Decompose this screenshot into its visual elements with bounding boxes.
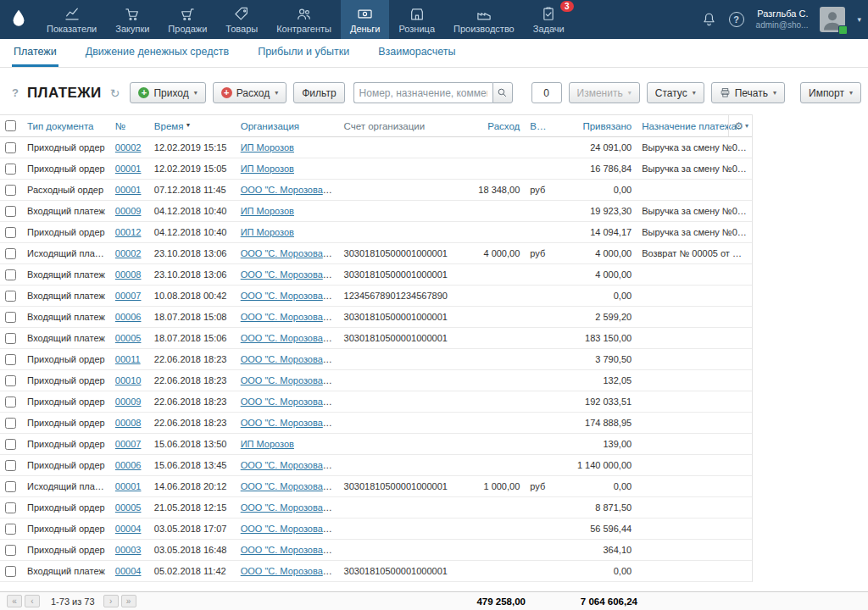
document-number-link[interactable]: 00010: [115, 375, 142, 385]
row-checkbox[interactable]: [5, 481, 16, 492]
document-number-link[interactable]: 00004: [115, 566, 142, 576]
organization-link[interactable]: ООО "С. Морозова сын и ...: [241, 354, 339, 364]
row-checkbox[interactable]: [5, 566, 16, 577]
organization-link[interactable]: ООО "С. Морозова сын и ...: [241, 460, 339, 470]
column-header-account[interactable]: Счет организации: [339, 121, 458, 131]
row-checkbox[interactable]: [5, 333, 16, 344]
organization-link[interactable]: ООО "С. Морозова сын и ...: [241, 418, 339, 428]
organization-link[interactable]: ООО "С. Морозова сын и ...: [241, 566, 339, 576]
search-input[interactable]: [353, 82, 492, 103]
table-row[interactable]: Приходный ордер 00010 22.06.2018 18:23 О…: [0, 370, 752, 391]
table-row[interactable]: Приходный ордер 00011 22.06.2018 18:23 О…: [0, 349, 752, 370]
nav-item-sales[interactable]: Продажи: [159, 0, 216, 39]
row-checkbox[interactable]: [5, 185, 16, 196]
column-header-type[interactable]: Тип документа: [22, 121, 110, 131]
app-logo[interactable]: [0, 0, 37, 39]
select-all-checkbox[interactable]: [5, 120, 16, 131]
help-icon[interactable]: ?: [729, 12, 744, 27]
row-checkbox[interactable]: [5, 227, 16, 238]
tab-profit-loss[interactable]: Прибыли и убытки: [256, 39, 351, 67]
column-header-number[interactable]: №: [110, 121, 149, 131]
document-number-link[interactable]: 00006: [115, 460, 142, 470]
column-header-currency[interactable]: Валюта: [525, 121, 554, 131]
status-button[interactable]: Статус ▾: [647, 82, 704, 103]
table-row[interactable]: Исходящий платеж 00002 23.10.2018 13:06 …: [0, 243, 752, 264]
document-number-link[interactable]: 00001: [115, 481, 142, 491]
table-row[interactable]: Приходный ордер 00006 15.06.2018 13:45 О…: [0, 455, 752, 476]
row-checkbox[interactable]: [5, 524, 16, 535]
document-number-link[interactable]: 00007: [115, 291, 142, 301]
notifications-bell-icon[interactable]: [701, 11, 717, 28]
nav-item-money[interactable]: Деньги: [341, 0, 390, 39]
table-row[interactable]: Приходный ордер 00008 22.06.2018 18:23 О…: [0, 413, 752, 434]
row-checkbox[interactable]: [5, 375, 16, 386]
row-checkbox[interactable]: [5, 206, 16, 217]
user-avatar[interactable]: [820, 7, 845, 32]
organization-link[interactable]: ИП Морозов: [241, 206, 294, 216]
change-button[interactable]: Изменить ▾: [569, 82, 640, 103]
table-row[interactable]: Приходный ордер 00003 03.05.2018 16:48 О…: [0, 540, 752, 561]
document-number-link[interactable]: 00001: [115, 164, 142, 174]
nav-item-retail[interactable]: Розница: [389, 0, 444, 39]
organization-link[interactable]: ООО "С. Морозова сын и ...: [241, 396, 339, 407]
organization-link[interactable]: ООО "С. Морозова сын и ...: [241, 248, 339, 258]
column-header-linked[interactable]: Привязано: [554, 121, 637, 131]
organization-link[interactable]: ИП Морозов: [241, 142, 294, 152]
organization-link[interactable]: ООО "С. Морозова сын и ...: [241, 481, 339, 491]
organization-link[interactable]: ООО "С. Морозова сын и ...: [241, 545, 339, 555]
table-row[interactable]: Входящий платеж 00005 18.07.2018 15:06 О…: [0, 328, 752, 349]
row-checkbox[interactable]: [5, 418, 16, 429]
row-checkbox[interactable]: [5, 312, 16, 323]
row-checkbox[interactable]: [5, 291, 16, 302]
table-row[interactable]: Входящий платеж 00009 04.12.2018 10:40 И…: [0, 201, 752, 222]
organization-link[interactable]: ООО "С. Морозова сын и ...: [241, 185, 339, 195]
prev-page-button[interactable]: ‹: [25, 595, 40, 607]
last-page-button[interactable]: »: [121, 595, 136, 607]
document-number-link[interactable]: 00002: [115, 142, 142, 152]
nav-item-tasks[interactable]: 3 Задачи: [524, 0, 574, 39]
column-header-organization[interactable]: Организация: [236, 121, 339, 131]
row-checkbox[interactable]: [5, 164, 16, 175]
document-number-link[interactable]: 00011: [115, 354, 141, 364]
row-checkbox[interactable]: [5, 545, 16, 556]
income-button[interactable]: + Приход ▾: [130, 82, 205, 103]
document-number-link[interactable]: 00009: [115, 396, 142, 407]
document-number-link[interactable]: 00008: [115, 269, 142, 280]
table-row[interactable]: Входящий платеж 00004 05.02.2018 11:42 О…: [0, 561, 752, 582]
tab-mutual-settlements[interactable]: Взаиморасчеты: [376, 39, 457, 67]
document-number-link[interactable]: 00003: [115, 545, 142, 555]
row-checkbox[interactable]: [5, 439, 16, 450]
table-row[interactable]: Входящий платеж 00008 23.10.2018 13:06 О…: [0, 264, 752, 286]
first-page-button[interactable]: «: [7, 595, 22, 607]
column-header-time[interactable]: Время▼: [149, 121, 236, 131]
print-button[interactable]: Печать ▾: [711, 82, 785, 103]
row-checkbox[interactable]: [5, 502, 16, 513]
next-page-button[interactable]: ›: [103, 595, 119, 607]
tab-payments[interactable]: Платежи: [12, 39, 58, 67]
table-row[interactable]: Приходный ордер 00005 21.05.2018 12:15 О…: [0, 497, 752, 518]
table-row[interactable]: Входящий платеж 00007 10.08.2018 00:42 О…: [0, 286, 752, 307]
column-settings-button[interactable]: ⚙ ▾: [728, 115, 748, 136]
organization-link[interactable]: ИП Морозов: [241, 227, 294, 237]
document-number-link[interactable]: 00007: [115, 439, 142, 449]
refresh-icon[interactable]: ↻: [110, 86, 120, 100]
document-number-link[interactable]: 00002: [115, 248, 142, 258]
table-row[interactable]: Приходный ордер 00012 04.12.2018 10:40 И…: [0, 222, 752, 243]
document-number-link[interactable]: 00012: [115, 227, 142, 237]
organization-link[interactable]: ООО "С. Морозова сын и ...: [241, 312, 339, 322]
expense-button[interactable]: + Расход ▾: [213, 82, 287, 103]
organization-link[interactable]: ООО "С. Морозова сын и ...: [241, 502, 339, 513]
tab-cash-flow[interactable]: Движение денежных средств: [84, 39, 231, 67]
row-checkbox[interactable]: [5, 396, 16, 408]
table-row[interactable]: Приходный ордер 00004 03.05.2018 17:07 О…: [0, 518, 752, 540]
column-header-expense[interactable]: Расход: [457, 121, 525, 131]
table-row[interactable]: Приходный ордер 00007 15.06.2018 13:50 И…: [0, 434, 752, 455]
organization-link[interactable]: ООО "С. Морозова сын и ...: [241, 291, 339, 301]
nav-item-goods[interactable]: Товары: [216, 0, 267, 39]
document-number-link[interactable]: 00009: [115, 206, 142, 216]
document-number-link[interactable]: 00006: [115, 312, 142, 322]
search-button[interactable]: [492, 82, 513, 103]
organization-link[interactable]: ООО "С. Морозова сын и ...: [241, 524, 339, 534]
table-row[interactable]: Расходный ордер 00001 07.12.2018 11:45 О…: [0, 180, 752, 201]
row-checkbox[interactable]: [5, 269, 16, 280]
